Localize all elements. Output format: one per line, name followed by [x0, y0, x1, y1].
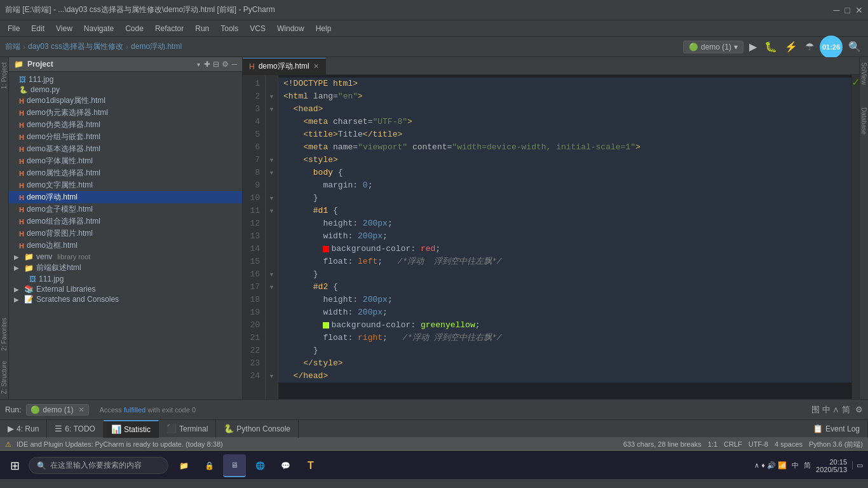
menu-file[interactable]: File [3, 23, 25, 34]
start-button[interactable]: ⊞ [5, 456, 25, 475]
menu-edit[interactable]: Edit [26, 23, 50, 34]
breadcrumb-file[interactable]: demo浮动.html [131, 41, 182, 52]
tree-item-demopy[interactable]: 🐍 demo.py [9, 85, 242, 95]
coverage-button[interactable]: ☂ [803, 39, 816, 54]
sidebar-label-favorites[interactable]: 2: Favorites [0, 313, 9, 356]
breadcrumb-folder[interactable]: day03 css选择器与属性修改 [28, 41, 123, 52]
code-line-4: <meta charset="UTF-8"> [278, 116, 851, 128]
run-icon: 🟢 [31, 405, 40, 414]
menu-code[interactable]: Code [120, 23, 149, 34]
expand-arrow[interactable]: ▶ [14, 296, 22, 303]
status-python[interactable]: Python 3.6 (前端) [809, 440, 863, 449]
sidebar-label-project[interactable]: 1: Project [0, 57, 9, 94]
close-btn[interactable]: ✕ [855, 5, 863, 15]
run-button[interactable]: ▶ [747, 39, 759, 54]
expand-arrow[interactable]: ▶ [14, 264, 22, 271]
title-bar: 前端 [E:\前端] - ...\day03 css选择器与属性修改\demo浮… [0, 0, 868, 20]
tree-item-demo-float[interactable]: H demo浮动.html [9, 191, 242, 203]
run-bar: Run: 🟢 demo (1) ✕ Access fulfilled with … [0, 399, 868, 419]
tree-item-demo1[interactable]: H demo1display属性.html [9, 95, 242, 107]
tree-item-demo-pseudo-el[interactable]: H demo伪元素选择器.html [9, 107, 242, 119]
search-button[interactable]: 🔍 [846, 39, 863, 54]
editor-tab-demofloat[interactable]: H demo浮动.html ✕ [243, 58, 326, 74]
tab-todo[interactable]: ☰ 6: TODO [47, 420, 104, 438]
tree-item-demo-group[interactable]: H demo分组与嵌套.html [9, 131, 242, 143]
terminal-tab-icon: ⬛ [166, 424, 177, 433]
add-icon[interactable]: ✚ [204, 60, 210, 69]
tab-statistic[interactable]: 📊 Statistic [104, 420, 159, 438]
settings-icon[interactable]: ⚙ [222, 60, 229, 69]
database-label[interactable]: Database [859, 102, 868, 140]
tab-run[interactable]: ▶ 4: Run [0, 420, 47, 438]
status-position[interactable]: 1:1 [708, 440, 717, 448]
status-indent[interactable]: 4 spaces [775, 440, 803, 448]
close-run-icon[interactable]: ✕ [78, 405, 85, 414]
code-editor[interactable]: 12345 678910 1112131415 1617181920 21222… [243, 75, 859, 399]
minimize-btn[interactable]: ─ [834, 5, 840, 15]
show-desktop-btn[interactable]: ▭ [852, 461, 863, 470]
tree-item-demo-text[interactable]: H demo文字属性.html [9, 179, 242, 191]
taskbar-app-t[interactable]: T [299, 454, 322, 477]
status-right: 633 chars, 28 line breaks 1:1 CRLF UTF-8… [623, 440, 863, 449]
ime-layout[interactable]: 简 [804, 461, 811, 470]
tree-item-demo-basic[interactable]: H demo基本选择器.html [9, 143, 242, 155]
run-config-selector[interactable]: 🟢 demo (1) ▾ [683, 41, 743, 53]
tab-close-btn[interactable]: ✕ [313, 62, 319, 71]
taskbar-app-wechat[interactable]: 💬 [274, 454, 297, 477]
expand-arrow[interactable]: ▶ [14, 286, 22, 293]
tree-item-external[interactable]: ▶ 📚 External Libraries [9, 284, 242, 294]
status-chars[interactable]: 633 chars, 28 line breaks [623, 440, 702, 448]
code-content[interactable]: <!DOCTYPE html> <html lang="en"> <head> … [278, 75, 851, 399]
menu-view[interactable]: View [51, 23, 78, 34]
html-file-icon: H [19, 206, 24, 214]
code-line-6: <meta name="viewport" content="width=dev… [278, 141, 851, 154]
menu-window[interactable]: Window [272, 23, 309, 34]
status-encoding[interactable]: UTF-8 [749, 440, 768, 448]
tree-item-111jpg[interactable]: 🖼 111.jpg [9, 74, 242, 85]
tree-item-demo-attr[interactable]: H demo属性选择器.html [9, 167, 242, 179]
menu-refactor[interactable]: Refactor [150, 23, 189, 34]
menu-run[interactable]: Run [190, 23, 214, 34]
status-crlf[interactable]: CRLF [724, 440, 742, 448]
taskbar-app-lock[interactable]: 🔒 [198, 454, 220, 477]
profile-button[interactable]: ⚡ [783, 39, 799, 54]
tree-item-scratches[interactable]: ▶ 📝 Scratches and Consoles [9, 294, 242, 304]
taskbar-search[interactable]: 🔍 在这里输入你要搜索的内容 [29, 457, 168, 474]
menu-tools[interactable]: Tools [215, 23, 243, 34]
tree-item-111jpg-2[interactable]: 🖼 111.jpg [9, 274, 242, 284]
run-config-small[interactable]: 🟢 demo (1) ✕ [26, 404, 89, 416]
ime-indicator[interactable]: 中 [792, 461, 799, 470]
settings-gear[interactable]: ⚙ [855, 405, 863, 414]
taskbar-app-chrome[interactable]: 🌐 [248, 454, 271, 477]
tab-terminal[interactable]: ⬛ Terminal [159, 420, 216, 438]
code-line-15: float: left; /*浮动 浮到空中往左飘*/ [278, 255, 851, 268]
expand-arrow[interactable]: ▶ [14, 254, 22, 261]
tree-item-demo-pseudo-cls[interactable]: H demo伪类选择器.html [9, 119, 242, 131]
tree-item-demo-combo[interactable]: H demo组合选择器.html [9, 215, 242, 227]
menu-navigate[interactable]: Navigate [79, 23, 119, 34]
tree-item-demo-box[interactable]: H demo盒子模型.html [9, 203, 242, 215]
taskbar-app-files[interactable]: 📁 [172, 454, 195, 477]
sciview-label[interactable]: SciView [859, 57, 868, 90]
run-tab-icon: ▶ [8, 424, 14, 433]
sys-tray: ∧ ♦ 🔊 📶 [754, 461, 787, 470]
tab-python-console[interactable]: 🐍 Python Console [216, 420, 299, 438]
scope-icon[interactable]: ⊟ [213, 60, 219, 69]
menu-vcs[interactable]: VCS [245, 23, 271, 34]
debug-button[interactable]: 🐛 [763, 39, 779, 54]
code-line-1: <!DOCTYPE html> [278, 78, 851, 90]
tab-event-log[interactable]: 📋 Event Log [805, 420, 868, 438]
tree-item-demo-border[interactable]: H demo边框.html [9, 240, 242, 252]
tree-item-demo-bg[interactable]: H demo背景图片.html [9, 227, 242, 240]
run-config-label: demo (1) [701, 43, 731, 51]
window-controls[interactable]: ─ □ ✕ [834, 5, 863, 15]
tree-item-venv[interactable]: ▶ 📁 venv library root [9, 252, 242, 262]
breadcrumb-root[interactable]: 前端 [5, 41, 20, 52]
minimize-panel-icon[interactable]: ─ [231, 60, 237, 69]
taskbar-app-pycharm[interactable]: 🖥 [223, 454, 246, 477]
sidebar-label-structure[interactable]: Z: Structure [0, 356, 9, 399]
tree-item-qianduan[interactable]: ▶ 📁 前端叙述html [9, 262, 242, 274]
tree-item-demo-font[interactable]: H demo字体属性.html [9, 155, 242, 167]
menu-help[interactable]: Help [311, 23, 337, 34]
maximize-btn[interactable]: □ [845, 5, 850, 15]
